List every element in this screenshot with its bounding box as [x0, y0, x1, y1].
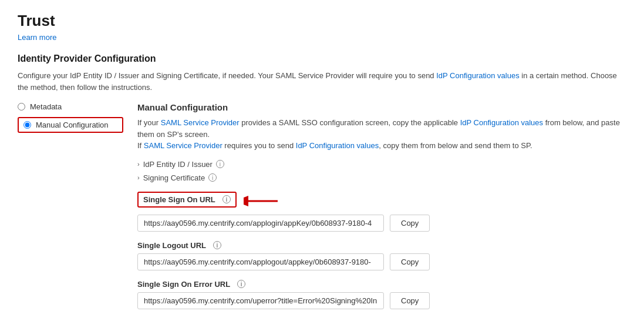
metadata-label[interactable]: Metadata [30, 102, 62, 111]
idp-entity-id-row[interactable]: › IdP Entity ID / Issuer i [137, 160, 626, 169]
red-arrow-icon [244, 193, 279, 209]
idp-config-link-2[interactable]: IdP Configuration values [460, 118, 543, 127]
section-description: Configure your IdP Entity ID / Issuer an… [18, 70, 626, 93]
config-layout: Metadata Manual Configuration Manual Con… [18, 102, 626, 311]
sso-url-label-container: Single Sign On URL i [137, 192, 626, 211]
section-title: Identity Provider Configuration [18, 53, 626, 64]
sso-error-url-label-row: Single Sign On Error URL i [137, 280, 626, 289]
chevron-icon: › [137, 160, 140, 168]
sso-url-input[interactable] [137, 215, 384, 232]
slo-copy-button[interactable]: Copy [390, 253, 430, 270]
sso-url-field-row: Copy [137, 215, 626, 232]
sso-url-label: Single Sign On URL [143, 195, 215, 204]
radio-manual-configuration[interactable]: Manual Configuration [18, 117, 123, 133]
sso-error-url-field-row: Copy [137, 292, 626, 309]
slo-url-input[interactable] [137, 253, 384, 270]
manual-label[interactable]: Manual Configuration [36, 121, 109, 129]
idp-config-link[interactable]: IdP Configuration values [436, 71, 519, 80]
sso-url-label-row: Single Sign On URL i [137, 192, 626, 211]
chevron-icon-2: › [137, 174, 140, 181]
learn-more-link[interactable]: Learn more [18, 33, 56, 42]
sso-url-info-icon[interactable]: i [222, 195, 231, 203]
radio-metadata[interactable]: Metadata [18, 102, 123, 111]
idp-entity-id-label: IdP Entity ID / Issuer [143, 160, 213, 169]
saml-sp-link-2[interactable]: SAML Service Provider [144, 141, 222, 150]
manual-radio[interactable] [23, 121, 31, 129]
url-section: Single Sign On URL i [137, 192, 626, 309]
sso-error-url-info-icon[interactable]: i [237, 280, 245, 288]
manual-config-description: If your SAML Service Provider provides a… [137, 117, 626, 152]
signing-certificate-row[interactable]: › Signing Certificate i [137, 173, 626, 182]
signing-certificate-label: Signing Certificate [143, 173, 205, 182]
metadata-radio[interactable] [18, 103, 25, 111]
slo-url-label: Single Logout URL [137, 241, 206, 250]
signing-cert-info-icon[interactable]: i [208, 173, 217, 182]
sso-copy-button[interactable]: Copy [390, 215, 430, 232]
slo-url-info-icon[interactable]: i [213, 241, 221, 249]
slo-url-label-row: Single Logout URL i [137, 241, 626, 250]
identity-provider-section: Identity Provider Configuration Configur… [18, 53, 626, 311]
saml-sp-link-1[interactable]: SAML Service Provider [161, 118, 240, 127]
left-panel: Metadata Manual Configuration [18, 102, 123, 311]
sso-error-url-label: Single Sign On Error URL [137, 280, 230, 289]
slo-url-field-row: Copy [137, 253, 626, 270]
right-panel: Manual Configuration If your SAML Servic… [137, 102, 626, 311]
page-title: Trust [18, 12, 626, 30]
idp-entity-info-icon[interactable]: i [216, 160, 224, 168]
manual-config-title: Manual Configuration [137, 102, 626, 112]
sso-error-url-input[interactable] [137, 292, 384, 309]
idp-config-link-3[interactable]: IdP Configuration values [296, 141, 379, 150]
sso-url-label-highlighted: Single Sign On URL i [137, 192, 237, 208]
sso-error-copy-button[interactable]: Copy [390, 292, 430, 309]
